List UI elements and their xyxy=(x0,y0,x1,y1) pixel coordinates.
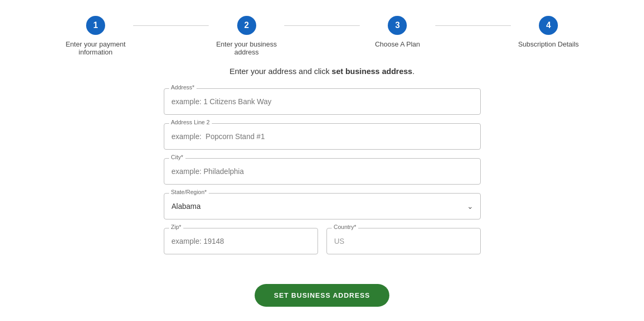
state-select-wrapper: AlabamaAlaskaArizonaArkansasCaliforniaCo… xyxy=(164,193,481,219)
city-input[interactable] xyxy=(164,158,481,185)
zip-label: Zip* xyxy=(169,224,184,230)
country-field-wrapper: Country* xyxy=(326,228,481,254)
zip-country-row: Zip* Country* xyxy=(164,228,481,263)
state-select[interactable]: AlabamaAlaskaArizonaArkansasCaliforniaCo… xyxy=(164,193,481,219)
step-connector-2 xyxy=(284,25,360,26)
address2-label: Address Line 2 xyxy=(169,119,212,125)
step-3-circle: 3 xyxy=(388,16,407,35)
zip-input[interactable] xyxy=(164,228,318,254)
address-form: Address* Address Line 2 City* State/Regi… xyxy=(164,88,481,263)
stepper: 1 Enter your payment information 2 Enter… xyxy=(0,0,644,67)
address-input[interactable] xyxy=(164,88,481,115)
step-1-circle: 1 xyxy=(86,16,105,35)
step-4-label: Subscription Details xyxy=(518,40,579,48)
step-2: 2 Enter your business address xyxy=(209,16,284,56)
step-connector-3 xyxy=(435,25,511,26)
step-4-circle: 4 xyxy=(539,16,558,35)
step-1: 1 Enter your payment information xyxy=(58,16,134,56)
state-label: State/Region* xyxy=(169,189,209,195)
country-label: Country* xyxy=(332,224,359,230)
step-2-circle: 2 xyxy=(237,16,256,35)
city-label: City* xyxy=(169,154,185,160)
address-field-wrapper: Address* xyxy=(164,88,481,115)
step-3-label: Choose A Plan xyxy=(375,40,420,48)
state-field-wrapper: State/Region* AlabamaAlaskaArizonaArkans… xyxy=(164,193,481,219)
address2-input[interactable] xyxy=(164,123,481,150)
country-input[interactable] xyxy=(326,228,481,254)
zip-field-wrapper: Zip* xyxy=(164,228,318,254)
step-2-label: Enter your business address xyxy=(209,40,284,56)
address-label: Address* xyxy=(169,84,197,90)
city-field-wrapper: City* xyxy=(164,158,481,185)
instruction-text: Enter your address and click set busines… xyxy=(229,67,414,76)
step-1-label: Enter your payment information xyxy=(58,40,134,56)
step-4: 4 Subscription Details xyxy=(511,16,586,48)
set-business-address-button[interactable]: SET BUSINESS ADDRESS xyxy=(255,284,389,307)
step-3: 3 Choose A Plan xyxy=(360,16,435,48)
step-connector-1 xyxy=(133,25,209,26)
address2-field-wrapper: Address Line 2 xyxy=(164,123,481,150)
